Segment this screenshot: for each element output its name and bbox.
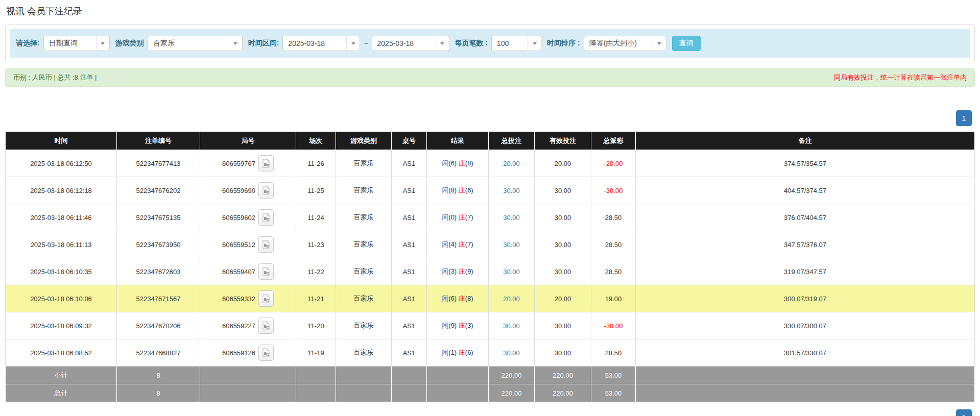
round-id-wrap: 606559332 — [222, 290, 274, 307]
video-replay-button[interactable] — [258, 182, 274, 199]
cell-total-bet: 20.00 — [489, 285, 535, 312]
summary-row: 小计8220.00220.0053.00 — [6, 366, 975, 384]
date-to-value: 2025-03-18 — [377, 39, 436, 47]
summary-round-id — [200, 384, 296, 402]
video-replay-button[interactable] — [258, 236, 274, 253]
cell-valid-bet: 30.00 — [535, 312, 591, 339]
round-id-text: 606559767 — [222, 160, 255, 167]
cell-bet-id: 522347676202 — [117, 177, 200, 204]
player-result-label: 闲 — [442, 186, 448, 194]
total-bet-link[interactable]: 20.00 — [503, 295, 520, 303]
table-row: 2025-03-18 06:11:46522347675135606559602… — [6, 204, 975, 231]
game-category-dropdown[interactable]: 百家乐 — [148, 36, 243, 51]
page-size-dropdown[interactable]: 100 — [491, 36, 541, 51]
cell-valid-bet: 20.00 — [535, 150, 591, 177]
chevron-down-icon — [436, 36, 449, 51]
date-from-input[interactable]: 2025-03-18 — [282, 36, 360, 51]
column-header: 局号 — [200, 132, 296, 150]
banker-result-label: 庄 — [459, 267, 465, 275]
player-result-label: 闲 — [442, 267, 448, 275]
banker-result-score: (6) — [465, 186, 473, 194]
summary-label: 小计 — [6, 366, 117, 384]
game-category-value: 百家乐 — [153, 39, 229, 48]
filter-panel: 请选择: 日期查询 游戏类别 百家乐 时间区间: 2025-03-18 ~ 20… — [5, 25, 975, 62]
column-header: 备注 — [636, 132, 975, 150]
page-size-value: 100 — [497, 39, 528, 47]
cell-round-id: 606559690 — [200, 177, 296, 204]
round-id-text: 606559512 — [222, 241, 255, 249]
summary-game — [336, 384, 392, 402]
cell-table-no: AS1 — [392, 312, 427, 339]
player-result-score: (3) — [448, 267, 459, 275]
cell-game-category: 百家乐 — [336, 204, 392, 231]
cell-time: 2025-03-18 06:09:32 — [6, 312, 117, 339]
total-bet-link[interactable]: 30.00 — [503, 214, 520, 222]
currency-summary-text: 币别 : 人民币 | 总共 :8 注单 | — [13, 73, 97, 82]
banker-result-score: (8) — [465, 295, 473, 302]
table-row: 2025-03-18 06:09:32522347670206606559227… — [6, 312, 975, 339]
summary-result — [427, 384, 489, 402]
time-range-label: 时间区间: — [248, 39, 279, 48]
cell-session: 11-24 — [296, 204, 336, 231]
video-file-icon — [262, 321, 270, 330]
pagination-page-1[interactable]: 1 — [956, 409, 972, 416]
total-bet-link[interactable]: 30.00 — [503, 241, 520, 249]
banker-result-label: 庄 — [459, 349, 465, 356]
column-header: 游戏类别 — [336, 132, 392, 150]
summary-round-id — [200, 366, 296, 384]
select-type-dropdown[interactable]: 日期查询 — [43, 36, 110, 51]
cell-payout: 19.00 — [591, 285, 636, 312]
summary-label: 总计 — [6, 384, 117, 402]
cell-time: 2025-03-18 06:10:35 — [6, 258, 117, 285]
player-result-label: 闲 — [442, 213, 448, 221]
cell-remark: 301.57/330.07 — [636, 339, 975, 366]
cell-result: 闲(8) 庄(6) — [427, 177, 489, 204]
video-replay-button[interactable] — [258, 317, 274, 334]
summary-table-no — [392, 384, 427, 402]
summary-total-bet: 220.00 — [489, 384, 535, 402]
cell-session: 11-26 — [296, 150, 336, 177]
total-bet-link[interactable]: 30.00 — [503, 349, 520, 357]
video-replay-button[interactable] — [258, 290, 274, 307]
video-file-icon — [262, 348, 270, 357]
cell-result: 闲(3) 庄(9) — [427, 258, 489, 285]
total-bet-link[interactable]: 30.00 — [503, 322, 520, 330]
cell-bet-id: 522347677413 — [117, 150, 200, 177]
player-result-label: 闲 — [442, 349, 448, 356]
cell-remark: 374.57/354.57 — [636, 150, 975, 177]
column-header: 总派彩 — [591, 132, 636, 150]
summary-table-no — [392, 366, 427, 384]
time-order-dropdown[interactable]: 降幂(由大到小) — [584, 36, 666, 51]
pagination-page-1[interactable]: 1 — [956, 110, 972, 126]
total-bet-link[interactable]: 30.00 — [503, 268, 520, 276]
total-bet-link[interactable]: 30.00 — [503, 187, 520, 194]
filter-bar: 请选择: 日期查询 游戏类别 百家乐 时间区间: 2025-03-18 ~ 20… — [10, 29, 970, 58]
round-id-wrap: 606559407 — [222, 263, 274, 280]
cell-remark: 347.57/376.07 — [636, 231, 975, 258]
cell-remark: 404.57/374.57 — [636, 177, 975, 204]
cell-bet-id: 522347675135 — [117, 204, 200, 231]
banker-result-label: 庄 — [459, 213, 465, 221]
total-bet-link[interactable]: 20.00 — [503, 160, 520, 167]
banker-result-label: 庄 — [459, 240, 465, 248]
player-result-score: (0) — [448, 213, 459, 221]
summary-payout: 53.00 — [591, 366, 636, 384]
banker-result-label: 庄 — [459, 295, 465, 302]
cell-total-bet: 30.00 — [489, 339, 535, 366]
column-header: 场次 — [296, 132, 336, 150]
date-to-input[interactable]: 2025-03-18 — [372, 36, 449, 51]
cell-remark: 376.07/404.57 — [636, 204, 975, 231]
player-result-label: 闲 — [442, 322, 448, 329]
video-replay-button[interactable] — [258, 263, 274, 280]
column-header: 结果 — [427, 132, 489, 150]
game-category-label: 游戏类别 — [115, 39, 144, 48]
query-button[interactable]: 查询 — [672, 36, 701, 51]
video-replay-button[interactable] — [258, 345, 274, 361]
column-header: 注单编号 — [117, 132, 200, 150]
cell-game-category: 百家乐 — [336, 150, 392, 177]
cell-total-bet: 30.00 — [489, 204, 535, 231]
cell-round-id: 606559332 — [200, 285, 296, 312]
video-replay-button[interactable] — [258, 155, 274, 172]
video-replay-button[interactable] — [258, 209, 274, 226]
round-id-wrap: 606559602 — [222, 209, 274, 226]
